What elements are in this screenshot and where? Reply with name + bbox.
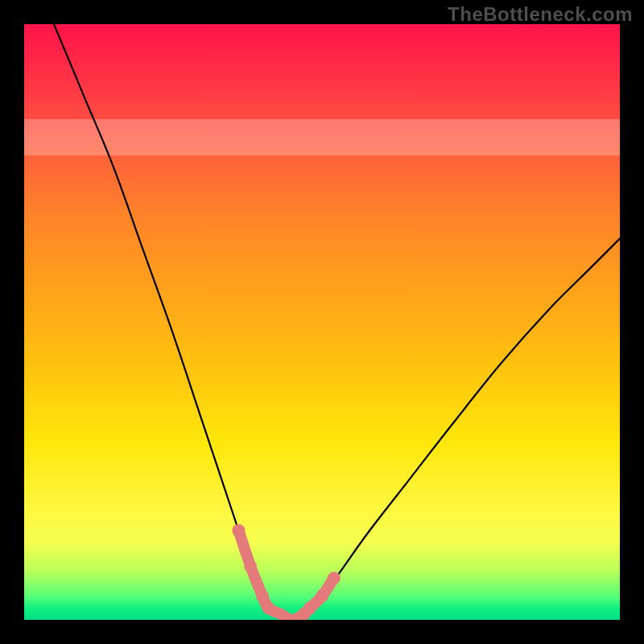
trough-dot xyxy=(303,601,316,614)
bottleneck-curve xyxy=(54,24,620,620)
plot-area xyxy=(24,24,620,620)
chart-frame: TheBottleneck.com xyxy=(0,0,644,644)
trough-dots xyxy=(232,524,340,620)
trough-dot xyxy=(328,572,341,584)
bottleneck-curve-svg xyxy=(24,24,620,620)
trough-dot xyxy=(256,589,269,602)
trough-dot xyxy=(316,589,328,602)
trough-dot xyxy=(244,559,257,572)
trough-dot xyxy=(262,601,275,614)
watermark-text: TheBottleneck.com xyxy=(448,3,633,26)
trough-dot xyxy=(232,524,245,537)
trough-highlight xyxy=(238,530,333,620)
